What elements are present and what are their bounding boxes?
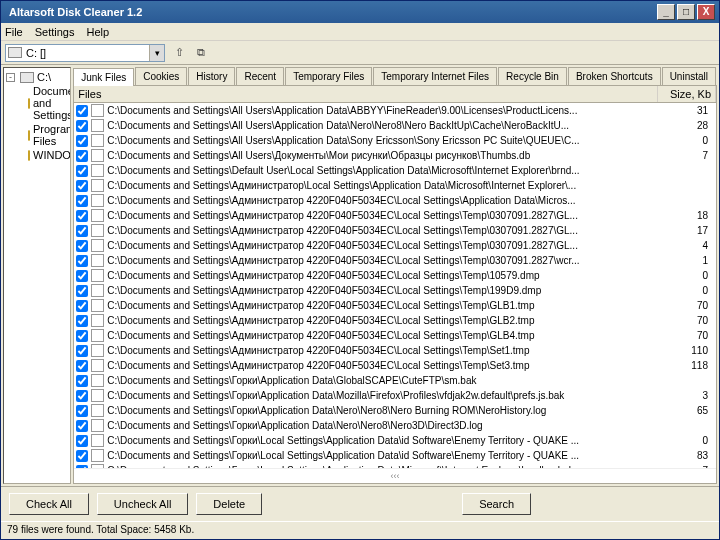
maximize-button[interactable]: □: [677, 4, 695, 20]
row-checkbox[interactable]: [76, 300, 88, 312]
tab-temporary-files[interactable]: Temporary Files: [285, 67, 372, 85]
dropdown-arrow-icon[interactable]: ▾: [149, 45, 164, 61]
folder-tree[interactable]: - C:\ Documents and SettingsProgram File…: [3, 67, 71, 484]
row-checkbox[interactable]: [76, 375, 88, 387]
folder-icon: [28, 130, 30, 141]
table-row[interactable]: C:\Documents and Settings\All Users\Appl…: [74, 103, 716, 118]
tab-uninstall[interactable]: Uninstall: [662, 67, 716, 85]
scroll-hint: ‹‹‹: [74, 468, 716, 483]
search-button[interactable]: Search: [462, 493, 531, 515]
folder-up-icon[interactable]: ⇧: [169, 44, 189, 62]
row-checkbox[interactable]: [76, 195, 88, 207]
tab-history[interactable]: History: [188, 67, 235, 85]
list-header: Files Size, Kb: [74, 86, 716, 103]
file-icon: [91, 299, 104, 312]
file-icon: [91, 134, 104, 147]
drive-selector[interactable]: C: [] ▾: [5, 44, 165, 62]
row-checkbox[interactable]: [76, 330, 88, 342]
table-row[interactable]: C:\Documents and Settings\Администратор …: [74, 343, 716, 358]
table-row[interactable]: C:\Documents and Settings\Администратор …: [74, 208, 716, 223]
row-checkbox[interactable]: [76, 180, 88, 192]
collapse-icon[interactable]: -: [6, 73, 15, 82]
button-bar: Check All Uncheck All Delete Search: [1, 487, 719, 521]
table-row[interactable]: C:\Documents and Settings\Администратор …: [74, 238, 716, 253]
row-checkbox[interactable]: [76, 315, 88, 327]
folder-tree-icon[interactable]: ⧉: [191, 44, 211, 62]
tab-recent[interactable]: Recent: [236, 67, 284, 85]
row-checkbox[interactable]: [76, 390, 88, 402]
row-checkbox[interactable]: [76, 405, 88, 417]
row-checkbox[interactable]: [76, 105, 88, 117]
tree-item[interactable]: Documents and Settings: [6, 84, 68, 122]
table-row[interactable]: C:\Documents and Settings\Администратор …: [74, 253, 716, 268]
delete-button[interactable]: Delete: [196, 493, 262, 515]
file-path: C:\Documents and Settings\All Users\Appl…: [107, 135, 664, 146]
row-checkbox[interactable]: [76, 135, 88, 147]
table-row[interactable]: C:\Documents and Settings\All Users\Appl…: [74, 118, 716, 133]
tree-root[interactable]: - C:\: [6, 70, 68, 84]
minimize-button[interactable]: _: [657, 4, 675, 20]
menu-help[interactable]: Help: [86, 26, 109, 38]
file-size: 110: [664, 345, 714, 356]
table-row[interactable]: C:\Documents and Settings\Горки\Local Se…: [74, 433, 716, 448]
table-row[interactable]: C:\Documents and Settings\All Users\Доку…: [74, 148, 716, 163]
tab-cookies[interactable]: Cookies: [135, 67, 187, 85]
table-row[interactable]: C:\Documents and Settings\All Users\Appl…: [74, 133, 716, 148]
table-row[interactable]: C:\Documents and Settings\Администратор …: [74, 313, 716, 328]
row-checkbox[interactable]: [76, 150, 88, 162]
title-bar[interactable]: Altarsoft Disk Cleaner 1.2 _ □ X: [1, 1, 719, 23]
table-row[interactable]: C:\Documents and Settings\Администратор …: [74, 223, 716, 238]
folder-icon: [28, 150, 30, 161]
table-row[interactable]: C:\Documents and Settings\Горки\Applicat…: [74, 418, 716, 433]
check-all-button[interactable]: Check All: [9, 493, 89, 515]
file-path: C:\Documents and Settings\Администратор …: [107, 330, 664, 341]
file-path: C:\Documents and Settings\Администратор …: [107, 270, 664, 281]
table-row[interactable]: C:\Documents and Settings\Администратор …: [74, 193, 716, 208]
row-checkbox[interactable]: [76, 435, 88, 447]
table-row[interactable]: C:\Documents and Settings\Горки\Local Se…: [74, 448, 716, 463]
row-checkbox[interactable]: [76, 240, 88, 252]
row-checkbox[interactable]: [76, 270, 88, 282]
file-icon: [91, 374, 104, 387]
row-checkbox[interactable]: [76, 450, 88, 462]
row-checkbox[interactable]: [76, 165, 88, 177]
file-icon: [91, 239, 104, 252]
table-row[interactable]: C:\Documents and Settings\Администратор …: [74, 268, 716, 283]
tree-item[interactable]: WINDOWS: [6, 148, 68, 162]
row-checkbox[interactable]: [76, 210, 88, 222]
table-row[interactable]: C:\Documents and Settings\Горки\Applicat…: [74, 388, 716, 403]
table-row[interactable]: C:\Documents and Settings\Горки\Applicat…: [74, 403, 716, 418]
uncheck-all-button[interactable]: Uncheck All: [97, 493, 188, 515]
close-button[interactable]: X: [697, 4, 715, 20]
row-checkbox[interactable]: [76, 120, 88, 132]
menu-bar: File Settings Help: [1, 23, 719, 41]
column-files[interactable]: Files: [74, 86, 658, 102]
window-title: Altarsoft Disk Cleaner 1.2: [5, 6, 655, 18]
table-row[interactable]: C:\Documents and Settings\Администратор …: [74, 328, 716, 343]
tree-item[interactable]: Program Files: [6, 122, 68, 148]
row-checkbox[interactable]: [76, 285, 88, 297]
table-row[interactable]: C:\Documents and Settings\Администратор …: [74, 283, 716, 298]
table-row[interactable]: C:\Documents and Settings\Горки\Applicat…: [74, 373, 716, 388]
table-row[interactable]: C:\Documents and Settings\Администратор …: [74, 358, 716, 373]
file-rows[interactable]: C:\Documents and Settings\All Users\Appl…: [74, 103, 716, 468]
table-row[interactable]: C:\Documents and Settings\Default User\L…: [74, 163, 716, 178]
file-icon: [91, 104, 104, 117]
row-checkbox[interactable]: [76, 225, 88, 237]
column-size[interactable]: Size, Kb: [658, 86, 716, 102]
tab-temporary-internet-files[interactable]: Temporary Internet Files: [373, 67, 497, 85]
file-path: C:\Documents and Settings\Default User\L…: [107, 165, 664, 176]
tab-junk-files[interactable]: Junk Files: [73, 68, 134, 86]
row-checkbox[interactable]: [76, 420, 88, 432]
table-row[interactable]: C:\Documents and Settings\Администратор\…: [74, 178, 716, 193]
file-size: 18: [664, 210, 714, 221]
table-row[interactable]: C:\Documents and Settings\Администратор …: [74, 298, 716, 313]
tab-recycle-bin[interactable]: Recycle Bin: [498, 67, 567, 85]
row-checkbox[interactable]: [76, 360, 88, 372]
tab-broken-shortcuts[interactable]: Broken Shortcuts: [568, 67, 661, 85]
file-icon: [91, 179, 104, 192]
menu-settings[interactable]: Settings: [35, 26, 75, 38]
menu-file[interactable]: File: [5, 26, 23, 38]
row-checkbox[interactable]: [76, 255, 88, 267]
row-checkbox[interactable]: [76, 345, 88, 357]
